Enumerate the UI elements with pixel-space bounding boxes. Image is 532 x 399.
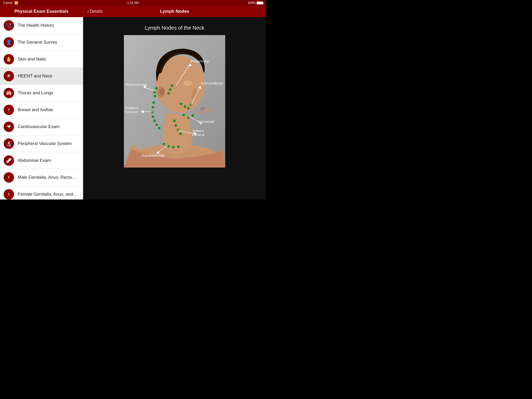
sidebar: 🩺The Health History👤The General Survey✋S…	[0, 17, 83, 200]
abdominal-label: Abdominal Exam	[18, 158, 51, 163]
svg-point-22	[158, 127, 161, 129]
nav-bar: Physical Exam Essentials ‹ Details Lymph…	[0, 6, 266, 17]
content-area: 🩺The Health History👤The General Survey✋S…	[0, 17, 266, 200]
svg-point-7	[169, 88, 171, 91]
sidebar-item-male-genitalia[interactable]: ⚕Male Genitalia, Anus, Rectu…	[0, 169, 83, 186]
peripheral-vascular-icon: 🔬	[4, 138, 14, 149]
carrier-label: Carrier	[3, 1, 13, 5]
male-genitalia-label: Male Genitalia, Anus, Rectu…	[18, 175, 77, 180]
svg-point-17	[152, 106, 154, 109]
svg-text:Supraclavicular: Supraclavicular	[142, 154, 165, 157]
svg-point-33	[177, 145, 180, 148]
svg-point-14	[187, 107, 190, 110]
main-content: Lymph Nodes of the Neck	[83, 17, 266, 200]
svg-point-23	[182, 114, 185, 116]
svg-point-10	[153, 91, 156, 94]
general-survey-label: The General Survey	[18, 40, 57, 45]
sidebar-item-health-history[interactable]: 🩺The Health History	[0, 17, 83, 34]
wifi-icon: 📶	[14, 1, 18, 5]
heent-neck-icon: 👁	[4, 71, 14, 81]
sidebar-item-thorax-lungs[interactable]: 🫁Thorax and Lungs	[0, 85, 83, 102]
breast-axillae-label: Breast and Axillae	[18, 107, 53, 112]
svg-point-31	[167, 145, 170, 148]
male-genitalia-icon: ⚕	[4, 172, 14, 183]
health-history-label: The Health History	[18, 23, 54, 28]
skin-nails-icon: ✋	[4, 54, 14, 64]
nav-main: ‹ Details Lymph Nodes	[83, 6, 266, 17]
cardiovascular-label: Cardiovascular Exam	[18, 124, 60, 129]
svg-point-11	[154, 95, 156, 97]
female-genitalia-icon: ⚕	[4, 189, 14, 200]
thorax-lungs-icon: 🫁	[4, 88, 14, 98]
svg-point-13	[184, 105, 186, 108]
status-bar: Carrier 📶 1:16 AM 100%	[0, 0, 266, 6]
sidebar-item-heent-neck[interactable]: 👁HEENT and Neck	[0, 68, 83, 85]
diagram-title: Lymph Nodes of the Neck	[145, 25, 204, 31]
svg-point-12	[180, 103, 182, 105]
svg-point-21	[155, 123, 158, 126]
svg-point-16	[152, 101, 155, 104]
female-genitalia-label: Female Genitalia, Anus, and…	[18, 192, 78, 197]
sidebar-item-cardiovascular[interactable]: ❤Cardiovascular Exam	[0, 118, 83, 135]
svg-text:Submandibular: Submandibular	[201, 81, 223, 85]
sidebar-item-abdominal[interactable]: 🩹Abdominal Exam	[0, 152, 83, 169]
svg-point-8	[167, 92, 170, 95]
svg-point-30	[163, 143, 165, 145]
back-label: Details	[90, 9, 103, 14]
svg-point-25	[191, 114, 194, 117]
battery-icon	[257, 2, 263, 4]
svg-text:Cervical: Cervical	[192, 133, 204, 137]
sidebar-item-breast-axillae[interactable]: ⚕Breast and Axillae	[0, 102, 83, 118]
svg-point-18	[151, 111, 154, 113]
status-right: 100%	[248, 1, 263, 5]
health-history-icon: 🩺	[4, 20, 14, 31]
svg-point-26	[173, 119, 176, 122]
back-chevron-icon: ‹	[87, 9, 89, 14]
anatomy-svg: Preauricular Submandibular Retroauricula…	[124, 35, 225, 168]
svg-text:Anterior: Anterior	[192, 129, 204, 133]
sidebar-item-peripheral-vascular[interactable]: 🔬Peripheral Vascular System	[0, 135, 83, 152]
svg-point-4	[159, 88, 164, 95]
breast-axillae-icon: ⚕	[4, 105, 14, 115]
diagram-container: Preauricular Submandibular Retroauricula…	[124, 35, 225, 168]
battery-fill	[257, 2, 263, 4]
thorax-lungs-label: Thorax and Lungs	[18, 90, 53, 96]
svg-point-5	[183, 81, 192, 86]
page-title: Lymph Nodes	[160, 9, 189, 14]
svg-point-6	[171, 84, 173, 87]
sidebar-item-skin-nails[interactable]: ✋Skin and Nails	[0, 51, 83, 68]
svg-text:Submental: Submental	[198, 120, 214, 124]
peripheral-vascular-label: Peripheral Vascular System	[18, 141, 72, 146]
general-survey-icon: 👤	[4, 37, 14, 48]
heent-neck-label: HEENT and Neck	[18, 74, 52, 79]
app-title: Physical Exam Essentials	[0, 6, 83, 17]
svg-text:Retroauricular: Retroauricular	[126, 83, 147, 87]
svg-point-20	[153, 119, 156, 122]
svg-point-29	[179, 132, 182, 135]
sidebar-item-female-genitalia[interactable]: ⚕Female Genitalia, Anus, and…	[0, 186, 83, 200]
anatomy-image: Preauricular Submandibular Retroauricula…	[124, 35, 225, 168]
svg-point-9	[155, 87, 158, 90]
svg-point-32	[172, 146, 175, 149]
svg-text:Preauricular: Preauricular	[191, 59, 209, 63]
cardiovascular-icon: ❤	[4, 122, 14, 132]
sidebar-item-general-survey[interactable]: 👤The General Survey	[0, 34, 83, 51]
svg-point-19	[152, 115, 154, 118]
abdominal-icon: 🩹	[4, 155, 14, 166]
svg-text:Posterior: Posterior	[125, 106, 139, 110]
status-time: 1:16 AM	[127, 1, 138, 5]
skin-nails-label: Skin and Nails	[18, 57, 46, 62]
battery-percent: 100%	[248, 1, 256, 5]
svg-text:Cervical: Cervical	[125, 110, 137, 114]
svg-point-27	[175, 124, 177, 127]
back-button[interactable]: ‹ Details	[87, 9, 103, 14]
status-left: Carrier 📶	[3, 1, 18, 5]
